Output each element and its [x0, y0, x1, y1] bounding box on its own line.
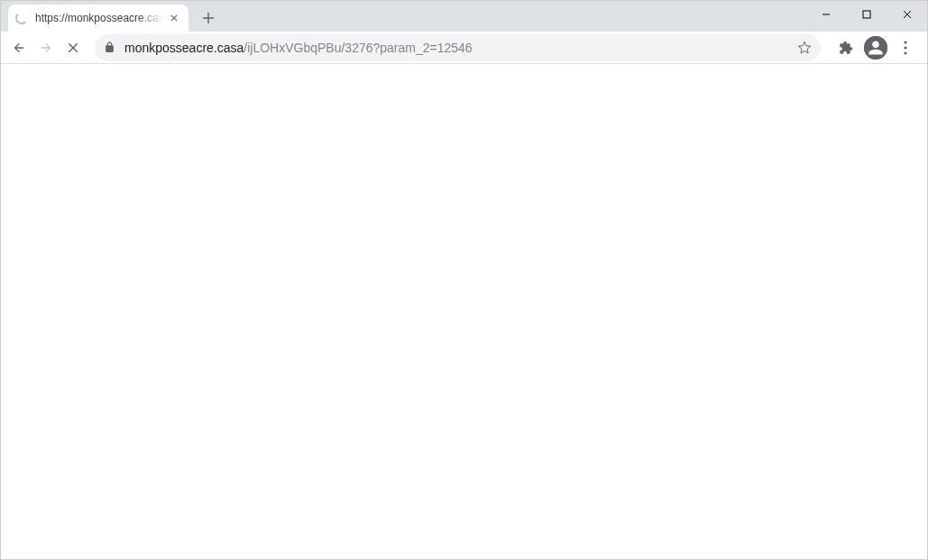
tab-strip: https://monkposseacre.casa/ijLOHxVGbqPBu… [1, 1, 927, 32]
forward-arrow-icon [39, 41, 53, 55]
close-icon [170, 14, 178, 22]
maximize-icon [862, 10, 871, 19]
toolbar: monkposseacre.casa/ijLOHxVGbqPBu/3276?pa… [1, 32, 927, 64]
person-icon [864, 36, 887, 60]
plus-icon [202, 12, 215, 24]
dots-vertical-icon [904, 41, 907, 55]
puzzle-icon [839, 41, 853, 55]
lock-icon [104, 41, 115, 53]
url-text: monkposseacre.casa/ijLOHxVGbqPBu/3276?pa… [124, 41, 788, 55]
bookmark-button[interactable] [797, 41, 812, 55]
stop-icon [66, 41, 80, 55]
site-info-button[interactable] [104, 41, 115, 53]
stop-reload-button[interactable] [60, 35, 86, 60]
star-icon [797, 41, 812, 55]
browser-tab[interactable]: https://monkposseacre.casa/ijLOHxVGbqPBu… [8, 5, 188, 32]
svg-point-4 [904, 51, 906, 54]
tab-close-button[interactable] [167, 11, 181, 25]
back-arrow-icon [12, 41, 26, 55]
svg-point-2 [904, 41, 906, 43]
toolbar-actions [830, 36, 922, 60]
url-path: /ijLOHxVGbqPBu/3276?param_2=12546 [243, 41, 472, 55]
back-button[interactable] [6, 35, 32, 60]
minimize-icon [822, 10, 831, 19]
window-controls [805, 1, 927, 28]
profile-button[interactable] [864, 36, 887, 60]
extensions-button[interactable] [835, 37, 857, 59]
url-domain: monkposseacre.casa [124, 41, 243, 55]
browser-chrome: https://monkposseacre.casa/ijLOHxVGbqPBu… [1, 1, 927, 64]
forward-button [33, 35, 59, 60]
svg-point-3 [904, 46, 906, 49]
address-bar[interactable]: monkposseacre.casa/ijLOHxVGbqPBu/3276?pa… [95, 34, 821, 61]
close-window-button[interactable] [887, 1, 927, 28]
new-tab-button[interactable] [196, 5, 221, 31]
maximize-button[interactable] [846, 1, 887, 28]
close-icon [903, 10, 912, 19]
tab-title: https://monkposseacre.casa/ijLOHxVGbqPBu… [35, 12, 163, 24]
loading-spinner-icon [15, 12, 28, 24]
page-content [1, 64, 927, 559]
minimize-button[interactable] [805, 1, 846, 28]
menu-button[interactable] [895, 41, 916, 55]
svg-rect-0 [863, 11, 870, 18]
